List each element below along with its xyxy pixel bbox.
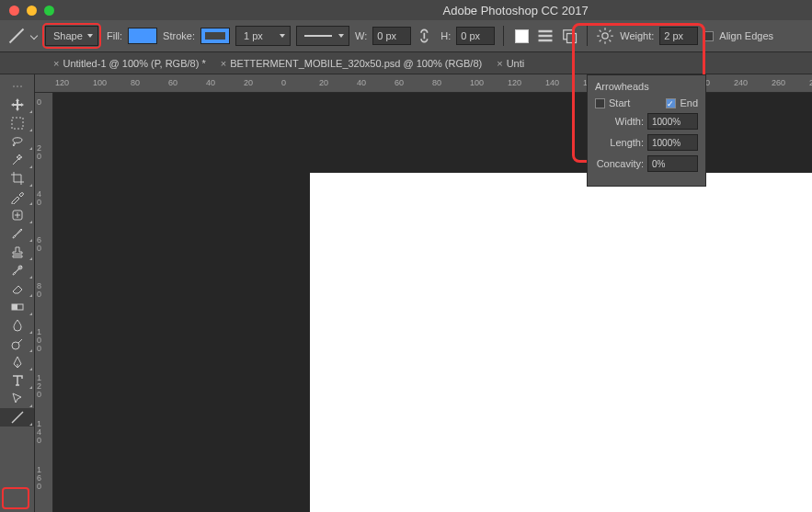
stroke-width-value: 1 px bbox=[244, 30, 263, 41]
height-label: H: bbox=[440, 30, 451, 41]
weight-label: Weight: bbox=[620, 30, 654, 41]
vertical-ruler: 02 04 06 08 01 0 01 2 01 4 01 6 01 8 0 bbox=[35, 93, 53, 512]
path-arrange-icon[interactable] bbox=[560, 27, 578, 45]
svg-point-7 bbox=[602, 33, 608, 39]
document-canvas[interactable] bbox=[310, 173, 812, 512]
tool-mode-label: Shape bbox=[53, 30, 83, 41]
healing-brush-tool[interactable] bbox=[0, 206, 34, 224]
path-operations-icon[interactable] bbox=[512, 27, 531, 45]
stroke-style-dropdown[interactable] bbox=[296, 26, 349, 46]
align-edges-checkbox[interactable] bbox=[703, 31, 714, 41]
svg-point-9 bbox=[17, 85, 18, 87]
main-area: 1201008060402002040608010012014016018020… bbox=[0, 74, 812, 512]
highlight-shape-mode: Shape bbox=[42, 23, 101, 49]
separator bbox=[503, 26, 504, 46]
start-label: Start bbox=[609, 97, 630, 108]
close-window-button[interactable] bbox=[9, 6, 19, 16]
blur-tool[interactable] bbox=[0, 316, 34, 335]
tab-untitled[interactable]: ×Untitled-1 @ 100% (P, RGB/8) * bbox=[48, 58, 212, 69]
minimize-window-button[interactable] bbox=[27, 6, 37, 16]
tab-betterment[interactable]: ×BETTERMENT_MOBILE_320x50.psd @ 100% (RG… bbox=[215, 58, 487, 69]
pen-tool[interactable] bbox=[0, 353, 34, 371]
app-title: Adobe Photoshop CC 2017 bbox=[443, 4, 589, 17]
marquee-tool[interactable] bbox=[0, 114, 34, 132]
tab-label: Untitled-1 @ 100% (P, RGB/8) * bbox=[63, 58, 205, 69]
separator bbox=[587, 26, 588, 46]
end-checkbox[interactable] bbox=[666, 98, 676, 108]
eraser-tool[interactable] bbox=[0, 279, 34, 298]
tab-label: Unti bbox=[507, 58, 525, 69]
svg-rect-15 bbox=[12, 304, 17, 310]
svg-rect-11 bbox=[12, 118, 23, 129]
arrow-width-field[interactable] bbox=[647, 113, 698, 130]
line-tool-indicator-icon bbox=[7, 27, 26, 45]
path-align-icon[interactable] bbox=[536, 27, 555, 45]
svg-rect-3 bbox=[539, 35, 553, 38]
type-tool[interactable] bbox=[0, 371, 34, 390]
close-icon[interactable]: × bbox=[497, 58, 502, 69]
arrowheads-popup: Arrowheads Start End Width: Length: Conc… bbox=[587, 74, 706, 187]
gradient-tool[interactable] bbox=[0, 298, 34, 316]
tab-truncated[interactable]: ×Unti bbox=[491, 58, 530, 69]
tab-label: BETTERMENT_MOBILE_320x50.psd @ 100% (RGB… bbox=[230, 58, 482, 69]
history-brush-tool[interactable] bbox=[0, 261, 34, 279]
svg-rect-2 bbox=[539, 30, 553, 33]
move-tool[interactable] bbox=[0, 96, 34, 114]
svg-line-0 bbox=[10, 29, 24, 43]
tools-panel bbox=[0, 74, 35, 512]
height-field[interactable] bbox=[456, 27, 495, 45]
maximize-window-button[interactable] bbox=[44, 6, 54, 16]
line-tool[interactable] bbox=[0, 408, 34, 427]
document-tabs: ×Untitled-1 @ 100% (P, RGB/8) * ×BETTERM… bbox=[0, 52, 812, 74]
link-wh-icon[interactable] bbox=[417, 27, 435, 45]
close-icon[interactable]: × bbox=[53, 58, 59, 69]
width-label: W: bbox=[355, 30, 367, 41]
align-edges-label: Align Edges bbox=[719, 30, 773, 41]
grabber-icon[interactable] bbox=[0, 77, 34, 96]
fill-swatch[interactable] bbox=[128, 28, 157, 44]
tool-preset-chevron-icon[interactable] bbox=[30, 32, 38, 40]
titlebar: Adobe Photoshop CC 2017 bbox=[0, 0, 812, 20]
arrow-length-field[interactable] bbox=[647, 134, 698, 151]
stamp-tool[interactable] bbox=[0, 243, 34, 261]
eyedropper-tool[interactable] bbox=[0, 188, 34, 206]
window-controls bbox=[0, 6, 54, 16]
stroke-label: Stroke: bbox=[163, 30, 195, 41]
svg-rect-6 bbox=[567, 34, 577, 43]
arrow-concavity-label: Concavity: bbox=[595, 158, 644, 169]
start-checkbox[interactable] bbox=[595, 98, 605, 108]
options-bar: Shape Fill: Stroke: 1 px W: H: Weight: A… bbox=[0, 20, 812, 52]
canvas-area: 1201008060402002040608010012014016018020… bbox=[35, 74, 812, 512]
arrow-concavity-field[interactable] bbox=[647, 155, 698, 172]
close-icon[interactable]: × bbox=[221, 58, 226, 69]
weight-field[interactable] bbox=[659, 27, 698, 45]
arrowheads-title: Arrowheads bbox=[595, 81, 698, 92]
arrow-length-label: Length: bbox=[595, 137, 644, 148]
lasso-tool[interactable] bbox=[0, 132, 34, 151]
svg-point-10 bbox=[20, 85, 22, 87]
path-selection-tool[interactable] bbox=[0, 390, 34, 408]
stroke-swatch[interactable] bbox=[200, 28, 230, 44]
stroke-width-dropdown[interactable]: 1 px bbox=[235, 26, 291, 46]
width-field[interactable] bbox=[372, 27, 411, 45]
dodge-tool[interactable] bbox=[0, 335, 34, 353]
brush-tool[interactable] bbox=[0, 224, 34, 243]
svg-point-8 bbox=[13, 85, 15, 87]
magic-wand-tool[interactable] bbox=[0, 151, 34, 169]
end-label: End bbox=[680, 97, 698, 108]
tool-mode-dropdown[interactable]: Shape bbox=[45, 26, 98, 46]
svg-point-16 bbox=[12, 342, 19, 349]
svg-rect-4 bbox=[539, 40, 553, 42]
crop-tool[interactable] bbox=[0, 169, 34, 188]
gear-icon[interactable] bbox=[596, 27, 614, 45]
arrow-width-label: Width: bbox=[595, 116, 644, 127]
svg-line-17 bbox=[12, 412, 23, 423]
fill-label: Fill: bbox=[107, 30, 122, 41]
